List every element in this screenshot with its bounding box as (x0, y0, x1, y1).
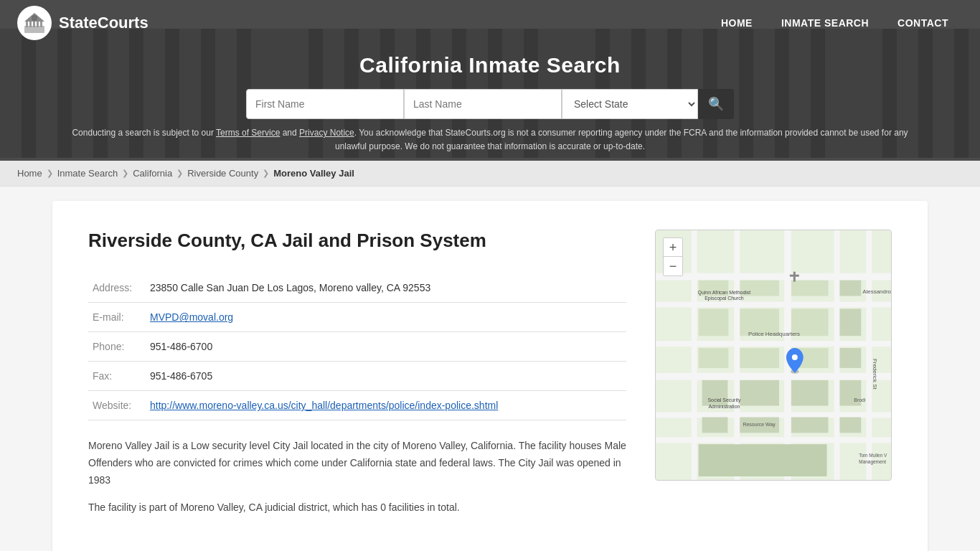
svg-rect-33 (740, 380, 779, 406)
map-container[interactable]: + − (655, 230, 892, 481)
svg-text:Brodi: Brodi (854, 397, 866, 402)
svg-rect-36 (791, 418, 829, 433)
email-label: E-mail: (88, 303, 146, 332)
email-value: MVPD@moval.org (146, 303, 626, 332)
nav-home[interactable]: HOME (707, 11, 767, 34)
phone-value: 951-486-6700 (146, 332, 626, 362)
top-navigation: StateCourts HOME INMATE SEARCH CONTACT (0, 0, 980, 46)
svg-rect-23 (699, 309, 729, 336)
svg-text:Frederick St: Frederick St (872, 359, 878, 390)
last-name-input[interactable] (404, 89, 562, 119)
disclaimer-text-before: Conducting a search is subject to our (72, 128, 216, 138)
chevron-icon-4: ❯ (263, 169, 269, 178)
svg-rect-35 (791, 380, 829, 406)
logo-area: StateCourts (17, 6, 149, 40)
map-zoom-in[interactable]: + (664, 238, 682, 257)
fax-label: Fax: (88, 362, 146, 391)
svg-rect-39 (839, 348, 861, 368)
nav-contact[interactable]: CONTACT (883, 11, 963, 34)
disclaimer: Conducting a search is subject to our Te… (0, 126, 980, 161)
info-section: Riverside County, CA Jail and Prison Sys… (88, 230, 626, 526)
email-row: E-mail: MVPD@moval.org (88, 303, 626, 332)
chevron-icon-3: ❯ (176, 169, 183, 178)
svg-rect-15 (656, 413, 891, 418)
breadcrumb-inmate-search[interactable]: Inmate Search (57, 168, 118, 179)
svg-text:Tom Mullen V: Tom Mullen V (859, 453, 887, 458)
privacy-link[interactable]: Privacy Notice (299, 128, 354, 138)
svg-rect-1 (26, 22, 28, 27)
disclaimer-text-after: . You acknowledge that StateCourts.org i… (335, 128, 908, 151)
phone-label: Phone: (88, 332, 146, 362)
svg-rect-28 (791, 281, 829, 296)
website-value: http://www.moreno-valley.ca.us/city_hall… (146, 391, 626, 420)
svg-rect-14 (656, 373, 891, 380)
email-link[interactable]: MVPD@moval.org (150, 311, 233, 323)
facility-info-table: Address: 23850 Calle San Juan De Los Lag… (88, 273, 626, 420)
svg-rect-4 (37, 22, 39, 27)
nav-inmate-search[interactable]: INMATE SEARCH (767, 11, 883, 34)
fax-value: 951-486-6705 (146, 362, 626, 391)
svg-rect-41 (839, 418, 861, 433)
svg-rect-38 (839, 309, 861, 336)
fax-row: Fax: 951-486-6705 (88, 362, 626, 391)
svg-rect-12 (656, 302, 891, 308)
svg-text:Administration: Administration (708, 404, 740, 409)
breadcrumb-home[interactable]: Home (17, 168, 42, 179)
svg-rect-24 (699, 348, 729, 368)
svg-text:Alessandro: Alessandro (862, 288, 891, 295)
svg-text:Resource Way: Resource Way (743, 423, 776, 428)
description-para-2: The facility is part of Moreno Valley, C… (88, 499, 626, 517)
address-label: Address: (88, 273, 146, 303)
svg-rect-2 (29, 22, 32, 27)
website-label: Website: (88, 391, 146, 420)
terms-link[interactable]: Terms of Service (216, 128, 280, 138)
first-name-input[interactable] (246, 89, 404, 119)
map-section: + − (655, 230, 892, 526)
main-wrapper: Riverside County, CA Jail and Prison Sys… (0, 187, 980, 551)
disclaimer-and: and (280, 128, 299, 138)
svg-rect-32 (702, 418, 728, 433)
hero-title-area: California Inmate Search (0, 46, 980, 89)
website-link[interactable]: http://www.moreno-valley.ca.us/city_hall… (150, 400, 498, 411)
svg-rect-44 (790, 275, 799, 277)
courthouse-icon (23, 11, 46, 34)
svg-rect-17 (692, 230, 697, 480)
hero-section: StateCourts HOME INMATE SEARCH CONTACT C… (0, 0, 980, 161)
breadcrumb: Home ❯ Inmate Search ❯ California ❯ Rive… (0, 161, 980, 187)
svg-rect-20 (834, 230, 839, 480)
search-bar: Select State Alabama Alaska California T… (0, 89, 980, 119)
nav-links: HOME INMATE SEARCH CONTACT (707, 11, 963, 34)
chevron-icon-1: ❯ (47, 169, 53, 178)
map-zoom-out[interactable]: − (664, 257, 682, 276)
svg-rect-5 (40, 22, 42, 27)
svg-rect-21 (866, 230, 872, 480)
svg-text:Quinn African Methodist: Quinn African Methodist (698, 290, 751, 296)
svg-point-57 (792, 354, 798, 360)
state-select[interactable]: Select State Alabama Alaska California T… (562, 89, 698, 119)
svg-rect-13 (656, 341, 891, 347)
svg-text:Police Headquarters: Police Headquarters (748, 331, 800, 338)
map-zoom-controls: + − (663, 237, 683, 276)
svg-rect-16 (656, 438, 891, 443)
phone-row: Phone: 951-486-6700 (88, 332, 626, 362)
svg-rect-43 (793, 272, 796, 282)
website-row: Website: http://www.moreno-valley.ca.us/… (88, 391, 626, 420)
facility-description: Moreno Valley Jail is a Low security lev… (88, 438, 626, 516)
search-icon: 🔍 (708, 96, 724, 112)
description-para-1: Moreno Valley Jail is a Low security lev… (88, 438, 626, 489)
svg-rect-37 (839, 281, 861, 296)
breadcrumb-state[interactable]: California (133, 168, 172, 179)
breadcrumb-current: Moreno Valley Jail (273, 168, 354, 179)
logo-icon (17, 6, 52, 40)
svg-rect-11 (656, 273, 891, 281)
svg-rect-27 (740, 348, 779, 368)
svg-rect-18 (734, 230, 740, 480)
search-button[interactable]: 🔍 (698, 89, 734, 119)
breadcrumb-county[interactable]: Riverside County (187, 168, 258, 179)
svg-text:Management: Management (859, 459, 886, 465)
svg-rect-3 (33, 22, 35, 27)
address-value: 23850 Calle San Juan De Los Lagos, Moren… (146, 273, 626, 303)
svg-text:Social Security: Social Security (707, 397, 740, 403)
facility-title: Riverside County, CA Jail and Prison Sys… (88, 230, 626, 252)
hero-title: California Inmate Search (0, 53, 980, 77)
